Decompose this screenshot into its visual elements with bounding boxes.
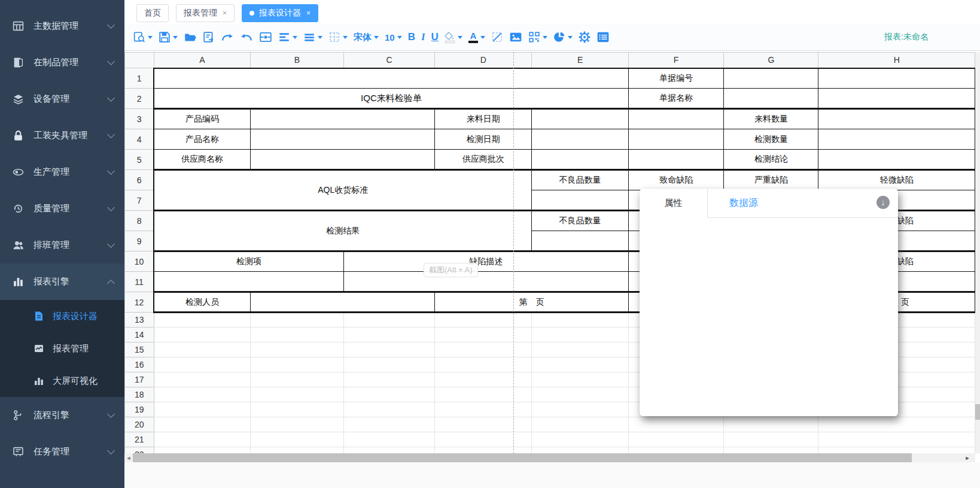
- row-header[interactable]: 18: [125, 387, 154, 402]
- row-header[interactable]: 1: [125, 68, 154, 89]
- tab-report-designer[interactable]: 报表设计器 ×: [242, 4, 318, 22]
- row-header[interactable]: 13: [125, 313, 154, 328]
- scroll-right-icon[interactable]: ►: [963, 453, 972, 462]
- row-header[interactable]: 8: [125, 211, 154, 231]
- close-icon[interactable]: ×: [306, 10, 311, 17]
- column-header[interactable]: H: [818, 53, 975, 68]
- sidebar-item-wip[interactable]: 在制品管理: [0, 44, 124, 81]
- cell-H1[interactable]: [818, 68, 975, 89]
- bold-button[interactable]: B: [408, 31, 415, 43]
- cell-result[interactable]: 检测结果: [154, 211, 532, 251]
- cell-B3[interactable]: [251, 109, 435, 129]
- sidebar-item-report-engine[interactable]: 报表引擎: [0, 263, 124, 300]
- row-header[interactable]: 9: [125, 231, 154, 251]
- row-header[interactable]: 2: [125, 89, 154, 109]
- redo-button[interactable]: [221, 31, 234, 43]
- cell-E9[interactable]: [532, 231, 628, 251]
- column-header[interactable]: B: [251, 53, 344, 68]
- row-header[interactable]: 16: [125, 357, 154, 372]
- sidebar-item-scheduling[interactable]: 排班管理: [0, 227, 124, 263]
- cell-E6[interactable]: 不良品数量: [532, 170, 628, 190]
- vertical-scrollbar[interactable]: [975, 52, 980, 453]
- open-button[interactable]: [184, 31, 197, 43]
- horizontal-scrollbar[interactable]: ◄ ►: [124, 453, 975, 462]
- cell-G5[interactable]: 检测结论: [724, 150, 818, 170]
- sidebar-item-master-data[interactable]: 主数据管理: [0, 8, 124, 44]
- cell-inspector[interactable]: 检测人员: [154, 292, 250, 313]
- cell-D4[interactable]: 检测日期: [435, 129, 532, 150]
- cell-AQL[interactable]: AQL收货标准: [154, 170, 532, 211]
- column-header[interactable]: G: [724, 53, 818, 68]
- cell-F5[interactable]: [628, 150, 724, 170]
- tab-home[interactable]: 首页: [136, 4, 169, 22]
- cell-G3[interactable]: 来料数量: [724, 109, 818, 129]
- undo-button[interactable]: [240, 31, 253, 43]
- font-size-select[interactable]: 10: [385, 32, 402, 43]
- cell-G6[interactable]: 严重缺陷: [724, 170, 818, 190]
- sidebar-item-task-manage[interactable]: 任务管理: [0, 434, 124, 470]
- line-style-button[interactable]: [303, 31, 322, 43]
- row-header[interactable]: 22: [125, 447, 154, 454]
- cell-A4[interactable]: 产品名称: [154, 129, 250, 150]
- font-color-button[interactable]: A: [468, 31, 485, 43]
- sidebar-item-report-designer[interactable]: 报表设计器: [0, 300, 124, 332]
- cell-F3[interactable]: [628, 109, 724, 129]
- cell-B5[interactable]: [251, 150, 435, 170]
- cell-F2[interactable]: 单据名称: [628, 89, 724, 109]
- row-header[interactable]: 15: [125, 342, 154, 357]
- row-header[interactable]: 17: [125, 372, 154, 387]
- cell-page[interactable]: 第 页: [435, 292, 629, 313]
- cell-E8[interactable]: 不良品数量: [532, 211, 628, 231]
- cell-G1[interactable]: [724, 68, 818, 89]
- chart-button[interactable]: [553, 31, 573, 43]
- row-header[interactable]: 20: [125, 417, 154, 432]
- cell-title[interactable]: IQC来料检验单: [154, 89, 628, 109]
- sidebar-item-quality[interactable]: 质量管理: [0, 190, 124, 227]
- italic-button[interactable]: I: [421, 31, 425, 43]
- row-header[interactable]: 10: [125, 251, 154, 272]
- cell-A3[interactable]: 产品编码: [154, 109, 250, 129]
- row-header[interactable]: 14: [125, 328, 154, 342]
- cell-A5[interactable]: 供应商名称: [154, 150, 250, 170]
- tab-report-manage[interactable]: 报表管理 ×: [176, 4, 235, 22]
- cell-H6[interactable]: 轻微缺陷: [818, 170, 975, 190]
- cell-F1[interactable]: 单据编号: [628, 68, 724, 89]
- tab-properties[interactable]: 属性: [640, 189, 708, 218]
- row-header[interactable]: 11: [125, 272, 154, 292]
- close-icon[interactable]: ×: [223, 10, 227, 17]
- row-header[interactable]: 3: [125, 109, 154, 129]
- align-button[interactable]: [278, 31, 297, 43]
- cell-F6[interactable]: 致命缺陷: [628, 170, 724, 190]
- sidebar-item-production[interactable]: 生产管理: [0, 154, 124, 190]
- underline-button[interactable]: U: [431, 31, 439, 43]
- sidebar-item-dashboard[interactable]: 大屏可视化: [0, 365, 124, 397]
- cell-B4[interactable]: [251, 129, 435, 150]
- cell-H3[interactable]: [818, 109, 975, 129]
- unmerge-cells-button[interactable]: [491, 31, 503, 43]
- row-header[interactable]: 21: [125, 432, 154, 447]
- horizontal-scrollbar-thumb[interactable]: [133, 453, 912, 462]
- collapse-panel-button[interactable]: ↓: [876, 196, 890, 209]
- fill-color-button[interactable]: [445, 32, 462, 43]
- save-button[interactable]: [159, 31, 178, 43]
- cell-E3[interactable]: [532, 109, 628, 129]
- export-button[interactable]: [203, 31, 215, 43]
- cell-D5[interactable]: 供应商批次: [435, 150, 532, 170]
- merge-cells-button[interactable]: [259, 31, 272, 43]
- cell-C11[interactable]: [343, 272, 628, 292]
- cell-E4[interactable]: [532, 129, 628, 150]
- sidebar-item-process-engine[interactable]: 流程引擎: [0, 397, 124, 434]
- column-header[interactable]: E: [532, 53, 628, 68]
- sidebar-item-report-manage[interactable]: 报表管理: [0, 332, 124, 365]
- cell-test-item[interactable]: 检测项: [154, 251, 343, 272]
- row-header[interactable]: 19: [125, 402, 154, 417]
- sidebar-item-equipment[interactable]: 设备管理: [0, 81, 124, 117]
- cell-D3[interactable]: 来料日期: [435, 109, 532, 129]
- row-header[interactable]: 7: [125, 190, 154, 211]
- sidebar-item-tooling[interactable]: 工装夹具管理: [0, 117, 124, 154]
- column-header[interactable]: F: [628, 53, 724, 68]
- properties-list-button[interactable]: [596, 31, 610, 43]
- font-family-select[interactable]: 宋体: [354, 32, 379, 43]
- row-header[interactable]: 5: [125, 150, 154, 170]
- cell-G4[interactable]: 检测数量: [724, 129, 818, 150]
